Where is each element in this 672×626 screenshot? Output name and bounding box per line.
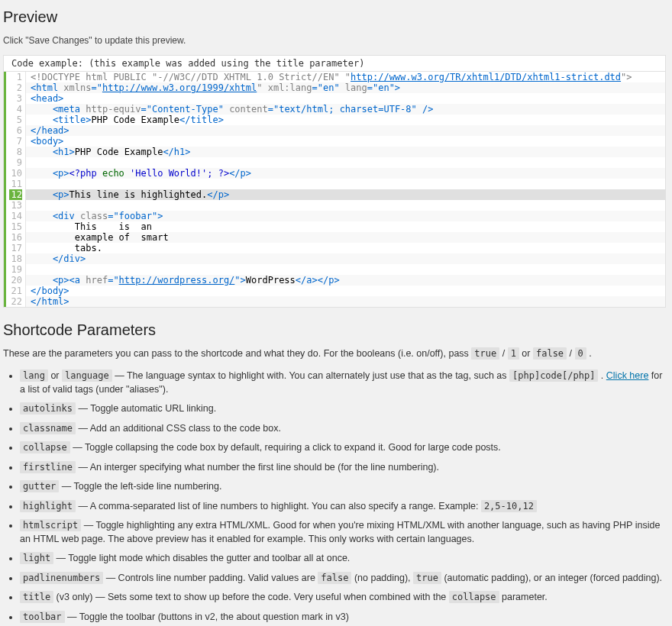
param-highlight: highlight — A comma-separated list of li… [20,500,666,514]
param-light: light — Toggle light mode which disables… [20,552,666,566]
code-line-highlighted: <p>This line is highlighted.</p> [26,189,665,200]
code-line: </head> [26,125,665,136]
code-line: </div> [26,253,665,264]
code-line [26,179,665,189]
preview-help-text: Click "Save Changes" to update this prev… [3,35,666,46]
code-line: <!DOCTYPE html PUBLIC "-//W3C//DTD XHTML… [26,72,665,82]
param-htmlscript: htmlscript — Toggle highlighting any ext… [20,519,666,546]
param-autolinks: autolinks — Toggle automatic URL linking… [20,402,666,416]
param-toolbar: toolbar — Toggle the toolbar (buttons in… [20,611,666,624]
code-line: This is an [26,221,665,232]
code-line: <title>PHP Code Example</title> [26,115,665,125]
param-title: title (v3 only) — Sets some text to show… [20,591,666,605]
code-line: example of smart [26,232,665,243]
code-line: <meta http-equiv="Content-Type" content=… [26,104,665,115]
code-line: <html xmlns="http://www.w3.org/1999/xhtm… [26,82,665,93]
param-collapse: collapse — Toggle collapsing the code bo… [20,441,666,455]
code-lines: <!DOCTYPE html PUBLIC "-//W3C//DTD XHTML… [26,72,665,307]
code-line [26,264,665,275]
badge-one: 1 [508,347,519,360]
code-line: <p><?php echo 'Hello World!'; ?></p> [26,168,665,179]
shortcode-intro: These are the parameters you can pass to… [3,348,666,359]
code-line: tabs. [26,243,665,253]
code-line [26,157,665,168]
code-line: <div class="foobar"> [26,211,665,221]
param-firstline: firstline — An interger specifying what … [20,461,666,475]
code-line [26,200,665,211]
param-classname: classname — Add an additional CSS class … [20,422,666,436]
code-line: <body> [26,136,665,147]
param-gutter: gutter — Toggle the left-side line numbe… [20,480,666,494]
code-title: Code example: (this example was added us… [4,56,665,72]
click-here-link[interactable]: Click here [606,370,649,381]
shortcode-params-heading: Shortcode Parameters [3,321,666,339]
params-list: lang or language — The language syntax t… [3,369,666,626]
code-line: </body> [26,286,665,296]
param-padlinenumbers: padlinenumbers — Controls line number pa… [20,572,666,586]
code-preview-box: Code example: (this example was added us… [3,55,666,308]
badge-true: true [471,347,499,360]
code-line: <p><a href="http://wordpress.org/">WordP… [26,275,665,286]
code-line: <h1>PHP Code Example</h1> [26,147,665,157]
badge-false: false [533,347,567,360]
preview-heading: Preview [3,8,666,26]
code-line: </html> [26,296,665,307]
badge-zero: 0 [575,347,586,360]
param-lang: lang or language — The language syntax t… [20,369,666,396]
line-number-gutter: 12345678910111213141516171819202122 [6,72,26,307]
code-body: 12345678910111213141516171819202122 <!DO… [4,72,665,307]
code-line: <head> [26,93,665,104]
